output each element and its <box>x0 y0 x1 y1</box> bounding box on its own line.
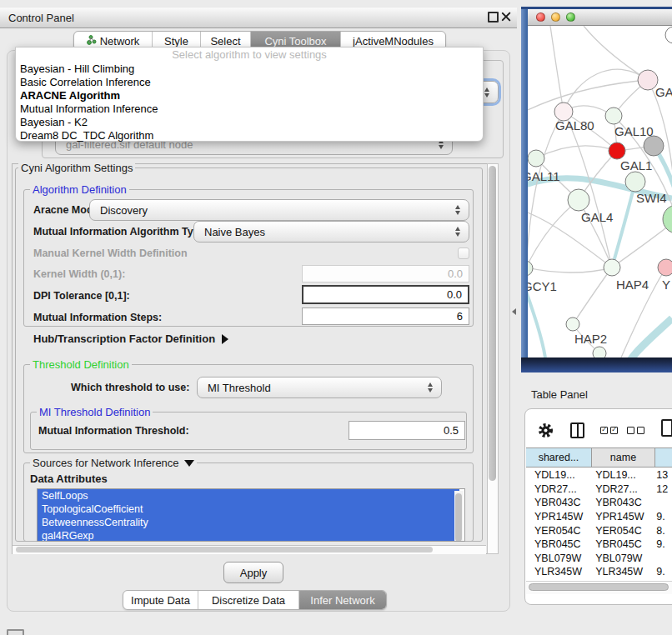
table-row[interactable]: YLR345WYLR345W9. <box>526 565 672 579</box>
algorithm-option[interactable]: Dream8 DC_TDC Algorithm <box>16 129 483 142</box>
network-edge[interactable] <box>584 26 648 80</box>
table-row[interactable]: YBR045CYBR045C9. <box>526 538 672 552</box>
tab-impute-data[interactable]: Impute Data <box>123 591 198 609</box>
data-attribute-item[interactable]: BetweennessCentrality <box>38 516 459 529</box>
stepper-icon <box>454 227 461 237</box>
network-node[interactable] <box>665 27 672 43</box>
window-close-icon[interactable] <box>536 12 545 22</box>
network-node-hap4[interactable] <box>604 259 620 276</box>
column-header-shared-name[interactable]: shared... <box>526 448 592 468</box>
node-label: GAL <box>655 85 672 99</box>
mi-threshold-value: 0.5 <box>444 424 459 437</box>
table-cell: 13 <box>654 469 672 481</box>
sources-group-title-row[interactable]: Sources for Network Inference <box>30 457 197 469</box>
network-edge[interactable] <box>573 268 612 324</box>
attribute-list-scrollbar[interactable] <box>454 491 464 541</box>
network-node-gcy1[interactable] <box>528 261 533 276</box>
mi-type-select[interactable]: Naive Bayes <box>193 221 469 242</box>
close-panel-icon[interactable] <box>501 11 511 21</box>
kernel-width-field[interactable]: 0.0 <box>302 265 469 282</box>
attribute-list-scrollbar-thumb[interactable] <box>455 493 462 542</box>
network-edge[interactable] <box>528 200 579 268</box>
network-edge[interactable] <box>612 182 635 268</box>
apply-button[interactable]: Apply <box>223 562 283 583</box>
manual-kernel-checkbox[interactable] <box>458 248 469 259</box>
dpi-tolerance-field[interactable]: 0.0 <box>302 285 469 304</box>
settings-vertical-scrollbar-thumb[interactable] <box>489 166 496 481</box>
table-row[interactable]: YPR145WYPR145W9. <box>526 510 672 524</box>
table-row[interactable]: YBR043CYBR043C <box>526 496 672 510</box>
settings-horizontal-scrollbar-thumb[interactable] <box>16 547 433 552</box>
mi-type-label: Mutual Information Algorithm Type: <box>33 226 208 238</box>
network-node-gal11[interactable] <box>528 150 544 167</box>
which-threshold-label: Which threshold to use: <box>71 382 189 393</box>
bottom-tabstrip: Impute Data Discretize Data Infer Networ… <box>123 590 387 610</box>
table-cell: YLR345W <box>526 566 591 578</box>
table-cell: YDL19... <box>526 469 591 481</box>
stepper-icon <box>484 88 490 98</box>
network-edge[interactable] <box>536 146 617 158</box>
network-node[interactable] <box>644 136 664 156</box>
control-panel-titlebar: Control Panel <box>0 7 517 28</box>
algorithm-option[interactable]: Bayesian - K2 <box>16 116 483 129</box>
which-threshold-select[interactable]: MI Threshold <box>197 377 442 398</box>
table-row[interactable]: YBL079WYBL079W <box>526 552 672 566</box>
algorithm-option[interactable]: Mutual Information Inference <box>16 102 483 116</box>
network-window-titlebar[interactable] <box>528 9 672 26</box>
network-edge[interactable] <box>564 112 612 268</box>
network-edge[interactable] <box>564 69 648 112</box>
panel-splitter-handle[interactable] <box>512 308 516 315</box>
table-horizontal-scrollbar-thumb[interactable] <box>529 583 669 591</box>
data-attribute-item[interactable]: TopologicalCoefficient <box>38 502 459 516</box>
algorithm-option[interactable]: ARACNE Algorithm <box>16 89 483 102</box>
hub-definition-label: Hub/Transcription Factor Definition <box>33 332 215 345</box>
table-row[interactable]: YDL19...YDL19...13 <box>526 468 672 482</box>
node-label: GCY1 <box>528 279 557 293</box>
table-cell: 9. <box>654 511 672 522</box>
network-node-gal10[interactable] <box>605 108 622 124</box>
aracne-mode-select[interactable]: Discovery <box>89 199 469 221</box>
column-header-name[interactable]: name <box>592 448 655 468</box>
network-node[interactable] <box>593 347 606 358</box>
network-node-swi4[interactable] <box>625 172 645 192</box>
network-node-gal4[interactable] <box>568 189 589 211</box>
table-cell: YER054C <box>526 525 591 537</box>
table-row[interactable]: YDR27...YDR27...12 <box>526 482 672 497</box>
minimized-panel-icon[interactable] <box>7 629 24 635</box>
network-node-hap2[interactable] <box>566 318 579 331</box>
tab-discretize-data[interactable]: Discretize Data <box>198 591 299 609</box>
table-options-gear-icon[interactable] <box>538 422 554 442</box>
column-header-clipped[interactable] <box>655 448 672 468</box>
stepper-icon <box>454 205 461 215</box>
algorithm-dropdown-placeholder: Select algorithm to view settings <box>16 48 483 62</box>
table-cell: YBR045C <box>591 538 654 550</box>
network-canvas[interactable]: GALGAL80GAL10GAL1GAL11SWI4GAL4GCY1HAP4YH… <box>528 26 672 358</box>
data-attribute-item[interactable]: gal4RGexp <box>38 529 459 542</box>
tab-impute-data-label: Impute Data <box>131 594 190 607</box>
float-window-icon[interactable] <box>488 12 499 22</box>
algorithm-option[interactable]: Bayesian - Hill Climbing <box>16 62 483 76</box>
mi-steps-field[interactable]: 6 <box>302 308 469 325</box>
column-header-label: shared... <box>539 452 579 463</box>
network-edge[interactable] <box>528 112 564 268</box>
kernel-width-value: 0.0 <box>448 268 463 280</box>
which-threshold-value: MI Threshold <box>208 382 271 394</box>
deselect-all-columns-icon[interactable] <box>627 427 644 434</box>
network-node-gal1[interactable] <box>609 142 625 159</box>
mi-threshold-field[interactable]: 0.5 <box>349 421 465 440</box>
tab-infer-network[interactable]: Infer Network <box>299 591 386 609</box>
show-columns-icon[interactable] <box>570 422 584 438</box>
node-label: GAL10 <box>614 124 654 138</box>
window-minimize-icon[interactable] <box>551 12 560 22</box>
network-edge[interactable] <box>528 268 612 272</box>
select-all-columns-icon[interactable]: ✓✓ <box>600 427 618 434</box>
window-zoom-icon[interactable] <box>566 12 575 22</box>
table-row[interactable]: YER054CYER054C8. <box>526 523 672 538</box>
hub-definition-section[interactable]: Hub/Transcription Factor Definition <box>33 332 228 345</box>
network-node-y[interactable] <box>658 259 672 276</box>
stepper-icon <box>427 382 434 392</box>
threshold-definition-title: Threshold Definition <box>30 358 132 371</box>
data-attribute-item[interactable]: SelfLoops <box>38 489 459 502</box>
new-table-icon[interactable] <box>661 419 672 437</box>
algorithm-option[interactable]: Basic Correlation Inference <box>16 76 483 89</box>
